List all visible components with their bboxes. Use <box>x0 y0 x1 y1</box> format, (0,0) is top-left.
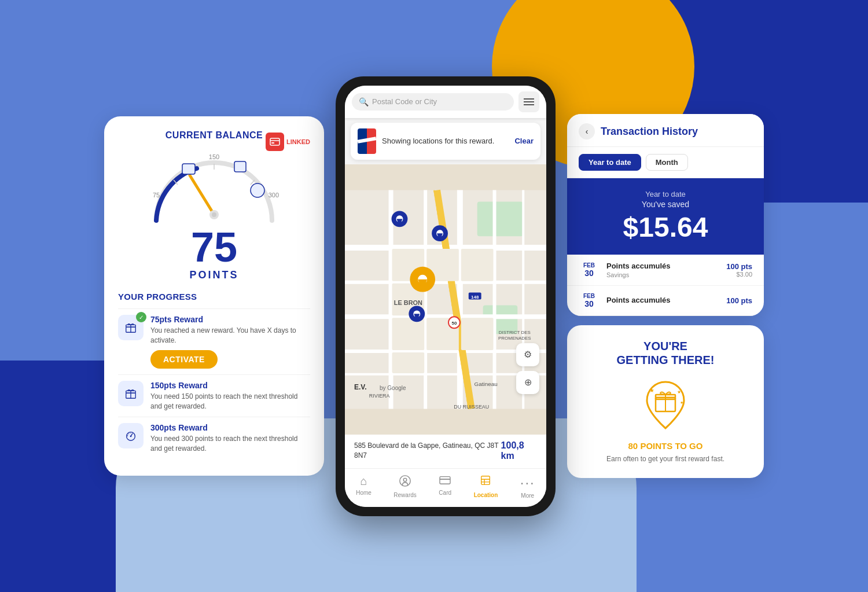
svg-text:★: ★ <box>649 387 654 394</box>
ev-text: E.V. <box>354 383 367 391</box>
nav-card-label: Card <box>439 490 451 496</box>
svg-rect-42 <box>392 318 425 350</box>
date-month-1: FEB <box>579 293 599 299</box>
svg-rect-44 <box>461 318 494 350</box>
transaction-pts-col-1: 100 pts <box>726 296 752 305</box>
linked-text: LINKED <box>286 138 310 145</box>
reward-icon-1 <box>118 381 144 406</box>
nav-location[interactable]: Location <box>469 473 503 500</box>
transaction-sub-0: Savings <box>606 271 719 278</box>
svg-rect-45 <box>392 352 425 373</box>
menu-icon-btn[interactable] <box>518 91 539 112</box>
bottom-nav: ⌂ Home Rewards <box>345 468 546 507</box>
svg-text:RIVIERA: RIVIERA <box>369 392 390 398</box>
reward-banner-text: Showing locations for this reward. <box>382 137 509 145</box>
transaction-date-0: FEB 30 <box>579 262 599 278</box>
gauge-labels: 75 150 300 <box>145 151 284 232</box>
phone-container: 🔍 Postal Code or City Showing locations … <box>336 76 556 516</box>
date-day-1: 30 <box>579 299 599 308</box>
svg-text:LE BRON: LE BRON <box>394 299 422 306</box>
svg-text:PROMENADES: PROMENADES <box>498 336 531 341</box>
current-balance-title: CURRENT BALANCE <box>165 130 263 140</box>
progress-title-2: 300pts Reward <box>150 423 310 432</box>
gauge-label-300: 300 <box>269 192 279 198</box>
transaction-card: ‹ Transaction History Year to date Month… <box>567 114 764 316</box>
reward-banner: Showing locations for this reward. Clear <box>351 123 540 160</box>
nav-more[interactable]: ··· More <box>516 473 540 500</box>
transaction-title: Transaction History <box>601 126 752 138</box>
map-pin-orange <box>410 266 435 292</box>
svg-point-19 <box>130 436 132 437</box>
progress-desc-1: You need 150 points to reach the next th… <box>150 392 310 411</box>
check-badge-0: ✓ <box>136 312 146 322</box>
svg-rect-70 <box>440 476 450 484</box>
svg-text:DISTRICT DES: DISTRICT DES <box>499 330 531 335</box>
activate-button[interactable]: ACTIVATE <box>150 350 218 369</box>
reward-item-2: 300pts Reward You need 300 points to rea… <box>118 417 310 459</box>
reward-icon-0: ✓ <box>118 315 144 340</box>
svg-rect-72 <box>481 476 490 484</box>
location-icon <box>479 475 492 490</box>
map-filter-btn[interactable]: ⚙ <box>516 343 539 366</box>
nav-rewards[interactable]: Rewards <box>389 473 421 500</box>
nav-card[interactable]: Card <box>434 473 456 500</box>
gift-location-icon: ★ ★ ★ <box>637 376 694 434</box>
back-button[interactable]: ‹ <box>579 123 595 139</box>
progress-title-1: 150pts Reward <box>150 381 310 390</box>
svg-text:★: ★ <box>680 400 683 405</box>
map-controls: ⚙ ⊕ <box>516 343 539 394</box>
search-input-wrap[interactable]: 🔍 Postal Code or City <box>352 93 514 111</box>
transaction-pts-0: 100 pts <box>726 262 752 271</box>
map-address: 585 Boulevard de la Gappe, Gatineau, QC … <box>354 441 501 461</box>
map-distance: 100,8 km <box>501 440 537 461</box>
reward-icon-2 <box>118 423 144 448</box>
svg-rect-40 <box>461 249 494 281</box>
hamburger-icon <box>524 98 534 106</box>
svg-text:148: 148 <box>471 294 479 299</box>
search-input-text: Postal Code or City <box>372 97 437 106</box>
nav-home[interactable]: ⌂ Home <box>351 473 376 500</box>
transaction-list: FEB 30 Points accumulés Savings 100 pts … <box>567 255 764 316</box>
nav-more-label: More <box>521 492 534 499</box>
svg-text:DU RUISSEAU: DU RUISSEAU <box>454 404 489 410</box>
map-search-bar: 🔍 Postal Code or City <box>345 86 546 118</box>
nav-home-label: Home <box>356 490 372 496</box>
map-location-btn[interactable]: ⊕ <box>516 371 539 394</box>
tab-year-to-date[interactable]: Year to date <box>579 154 641 171</box>
svg-text:50: 50 <box>451 321 457 326</box>
savings-headline: You've saved <box>581 200 750 209</box>
phone-screen: 🔍 Postal Code or City Showing locations … <box>345 86 546 507</box>
savings-hero: Year to date You've saved $15.64 <box>567 178 764 255</box>
progress-content-1: 150pts Reward You need 150 points to rea… <box>150 381 310 411</box>
svg-rect-24 <box>477 201 524 236</box>
map-pin-3 <box>409 306 425 322</box>
your-progress-label: YOUR PROGRESS <box>118 292 310 301</box>
map-bottom-bar: 585 Boulevard de la Gappe, Gatineau, QC … <box>345 435 546 468</box>
transaction-name-0: Points accumulés <box>606 262 719 270</box>
map-pin-1 <box>392 211 408 227</box>
points-to-go-desc: Earn often to get your first reward fast… <box>581 454 750 464</box>
gauge-container: 75 150 300 <box>145 151 284 232</box>
svg-rect-2 <box>271 142 274 144</box>
gift-icon-0 <box>124 321 137 334</box>
nav-rewards-label: Rewards <box>393 492 416 498</box>
transaction-date-1: FEB 30 <box>579 293 599 308</box>
map-pin-2 <box>432 225 448 241</box>
progress-content-0: 75pts Reward You reached a new reward. Y… <box>150 315 310 369</box>
gauge-label-150: 150 <box>209 153 219 160</box>
left-panel: CURRENT BALANCE LINKED <box>104 116 324 476</box>
tab-month[interactable]: Month <box>646 154 688 171</box>
progress-content-2: 300pts Reward You need 300 points to rea… <box>150 423 310 454</box>
points-number: 75 <box>118 226 310 268</box>
svg-point-68 <box>400 475 410 486</box>
home-icon: ⌂ <box>361 475 367 488</box>
points-to-go-label: 80 POINTS TO GO <box>581 441 750 451</box>
clear-button[interactable]: Clear <box>514 137 534 145</box>
transaction-name-1: Points accumulés <box>606 296 719 304</box>
savings-period: Year to date <box>581 190 750 198</box>
reward-item-1: 150pts Reward You need 150 points to rea… <box>118 374 310 417</box>
right-panel: ‹ Transaction History Year to date Month… <box>567 114 764 478</box>
svg-rect-0 <box>270 138 279 145</box>
pepsi-wave <box>358 137 376 143</box>
transaction-pts-col-0: 100 pts $3.00 <box>726 262 752 278</box>
